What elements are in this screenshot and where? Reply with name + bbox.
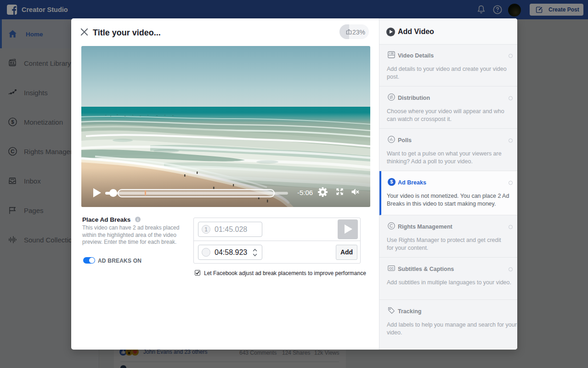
svg-text:CC: CC	[389, 267, 394, 270]
svg-text:$: $	[390, 179, 393, 184]
